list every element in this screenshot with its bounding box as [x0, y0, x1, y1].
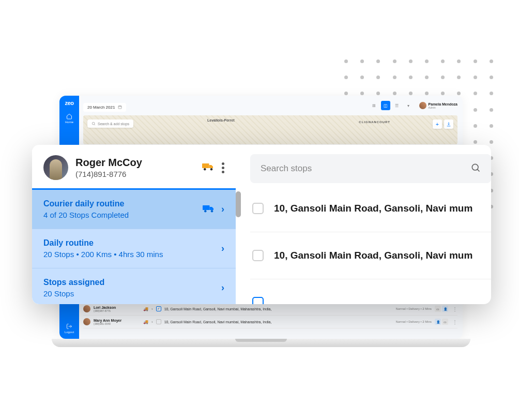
sidebar-home-label: Home	[65, 121, 73, 124]
driver-name: Lori Jackson	[94, 306, 116, 309]
more-icon[interactable]: ⋮	[452, 319, 457, 325]
stop-address: 10, Gansoli Main Road, Gansoli, Navi mum	[274, 203, 472, 214]
driver-panel: Roger McCoy (714)891-8776 Courier daily …	[32, 145, 236, 304]
svg-point-3	[204, 168, 206, 171]
route-subtitle: 20 Stops	[43, 289, 215, 298]
address: 10, Gansoli Main Road, Gansoli, Navi mum…	[164, 307, 393, 311]
route-subtitle: 4 of 20 Stops Completed	[43, 211, 196, 219]
search-placeholder: Search stops	[261, 163, 470, 174]
user-menu[interactable]: Pamela Mendoza Admin	[419, 102, 457, 109]
svg-point-7	[211, 210, 213, 213]
sidebar-item-home[interactable]: Home	[65, 113, 73, 124]
truck-icon: 🚚	[143, 320, 148, 324]
back-list-row[interactable]: Lori Jackson (388)987-8776 🚚 › ✓ 10, Gan…	[83, 303, 457, 316]
calendar-icon	[118, 105, 122, 109]
action-person[interactable]: 👤	[435, 319, 441, 325]
user-avatar	[419, 102, 426, 109]
more-icon[interactable]: ⋮	[452, 306, 457, 312]
back-list-row[interactable]: Mary Ann Moyer (388)981-0049 🚚 › 10, Gan…	[83, 316, 457, 328]
map-search-placeholder: Search & add stops	[98, 122, 129, 126]
stop-checkbox[interactable]	[252, 203, 264, 214]
stop-checkbox[interactable]	[252, 297, 264, 304]
view-btn-4[interactable]: ▾	[404, 101, 413, 110]
search-icon	[91, 122, 96, 126]
route-item-assigned[interactable]: Stops assigned 20 Stops ›	[32, 268, 236, 304]
route-subtitle: 20 Stops • 200 Kms • 4hrs 30 mins	[43, 250, 215, 259]
route-item-daily[interactable]: Daily routine 20 Stops • 200 Kms • 4hrs …	[32, 229, 236, 268]
address: 10, Gansoli Main Road, Gansoli, Navi mum…	[164, 320, 393, 324]
chevron-right-icon: ›	[221, 282, 224, 293]
user-name: Pamela Mendoza	[429, 102, 457, 106]
home-icon	[66, 113, 72, 119]
map-label-2: CLIGNANCOURT	[359, 121, 390, 124]
sidebar-item-logout[interactable]: Logout	[59, 323, 79, 334]
stop-row[interactable]: 10, Gansoli Main Road, Gansoli, Navi mum	[250, 185, 491, 232]
checkbox[interactable]: ✓	[156, 306, 161, 311]
svg-point-1	[92, 122, 95, 125]
driver-phone: (388)987-8776	[94, 309, 116, 312]
stop-checkbox[interactable]	[252, 250, 264, 261]
laptop-base	[52, 339, 470, 347]
svg-rect-5	[203, 205, 210, 210]
map-import-button[interactable]	[444, 119, 453, 129]
svg-point-6	[204, 210, 207, 213]
search-icon	[470, 162, 481, 175]
route-title: Stops assigned	[43, 278, 215, 287]
chevron-right-icon: ›	[151, 320, 153, 324]
stop-meta: Normal • Delivery • 2 Mins	[395, 320, 432, 323]
map-search[interactable]: Search & add stops	[87, 119, 133, 128]
driver-name: Mary Ann Moyer	[94, 319, 121, 322]
more-options-button[interactable]	[222, 162, 224, 173]
import-icon	[446, 122, 451, 127]
avatar	[83, 318, 90, 325]
logout-icon	[66, 323, 72, 329]
back-driver-list: Lori Jackson (388)987-8776 🚚 › ✓ 10, Gan…	[83, 303, 457, 328]
driver-name-title: Roger McCoy	[75, 157, 195, 169]
view-btn-2[interactable]: ◫	[381, 101, 390, 110]
routes-list: Courier daily routine 4 of 20 Stops Comp…	[32, 188, 236, 304]
action-person[interactable]: 👤	[442, 306, 448, 312]
back-header-right: ⊞ ◫ ☰ ▾ Pamela Mendoza Admin	[370, 101, 457, 110]
stop-row[interactable]	[250, 279, 491, 304]
chevron-right-icon: ›	[221, 243, 224, 254]
svg-point-4	[210, 168, 213, 171]
driver-detail-card: Roger McCoy (714)891-8776 Courier daily …	[32, 145, 491, 304]
search-stops-input[interactable]: Search stops	[250, 154, 491, 183]
avatar	[83, 305, 90, 312]
action-note[interactable]: ▭	[442, 319, 448, 325]
stop-meta: Normal • Delivery • 2 Mins	[395, 307, 432, 310]
view-btn-1[interactable]: ⊞	[370, 101, 379, 110]
stops-panel: Search stops 10, Gansoli Main Road, Gans…	[236, 145, 491, 304]
driver-header: Roger McCoy (714)891-8776	[32, 145, 236, 188]
checkbox[interactable]	[156, 319, 161, 324]
logo: zeo	[65, 100, 74, 106]
map-label-1: Levallois-Perret	[207, 118, 235, 122]
scrollbar-thumb[interactable]	[236, 191, 241, 217]
truck-icon	[202, 162, 215, 173]
driver-avatar	[43, 155, 68, 180]
driver-phone-number: (714)891-8776	[75, 170, 195, 178]
svg-rect-2	[202, 163, 209, 168]
date-picker[interactable]: 20 March 2021	[83, 103, 126, 112]
date-text: 20 March 2021	[87, 105, 115, 110]
sidebar-logout-label: Logout	[65, 331, 74, 334]
chevron-right-icon: ›	[221, 204, 224, 215]
route-item-courier[interactable]: Courier daily routine 4 of 20 Stops Comp…	[32, 190, 236, 229]
route-title: Courier daily routine	[43, 199, 196, 208]
chevron-right-icon: ›	[151, 307, 153, 311]
svg-rect-0	[118, 106, 121, 109]
map-add-button[interactable]: +	[433, 119, 442, 129]
view-btn-3[interactable]: ☰	[392, 101, 402, 110]
driver-phone: (388)981-0049	[94, 322, 121, 325]
truck-icon: 🚚	[143, 307, 148, 311]
user-role: Admin	[429, 106, 457, 109]
truck-icon	[203, 204, 215, 215]
map[interactable]: Levallois-Perret CLIGNANCOURT Search & a…	[83, 115, 457, 144]
action-note[interactable]: ▭	[435, 306, 441, 312]
svg-point-8	[472, 164, 478, 170]
stop-address: 10, Gansoli Main Road, Gansoli, Navi mum	[274, 250, 472, 261]
stop-row[interactable]: 10, Gansoli Main Road, Gansoli, Navi mum	[250, 232, 491, 279]
stops-list: 10, Gansoli Main Road, Gansoli, Navi mum…	[250, 185, 491, 304]
route-title: Daily routine	[43, 238, 215, 248]
